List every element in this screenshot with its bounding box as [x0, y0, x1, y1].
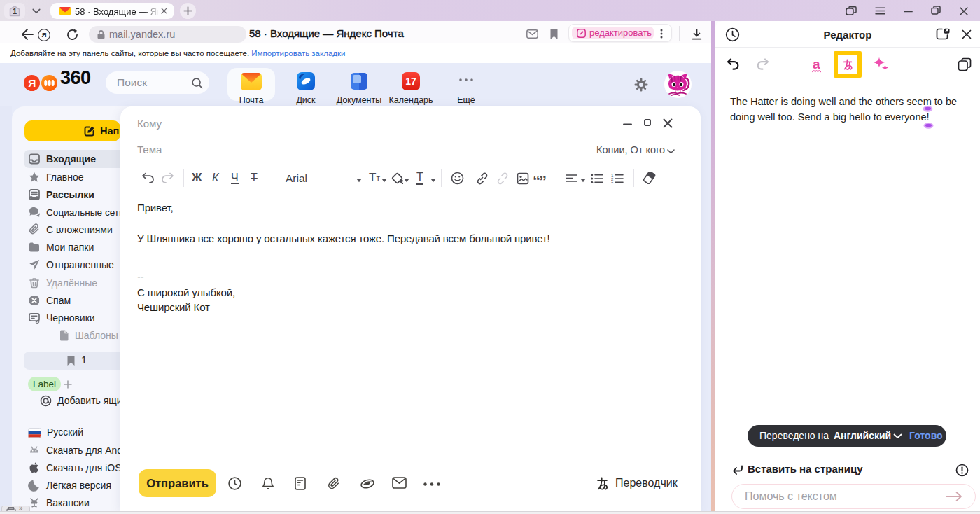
svg-text:Я: Я — [28, 77, 36, 89]
svg-text:1: 1 — [13, 7, 17, 15]
svg-text:3: 3 — [611, 181, 614, 184]
svg-text:17: 17 — [405, 76, 416, 87]
svg-text:Я: Я — [41, 31, 46, 39]
